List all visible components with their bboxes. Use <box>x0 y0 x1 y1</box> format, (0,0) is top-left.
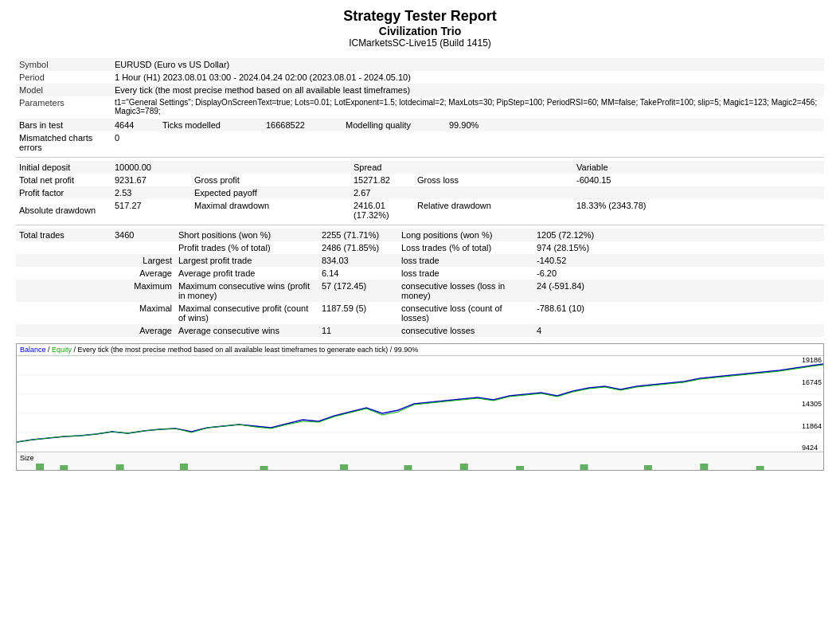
model-value: Every tick (the most precise method base… <box>111 84 824 96</box>
svg-rect-17 <box>700 464 708 471</box>
net-profit-label: Total net profit <box>16 174 111 186</box>
gross-loss-label: Gross loss <box>414 174 573 186</box>
svg-rect-12 <box>404 465 412 471</box>
avg-loss-trade-label: loss trade <box>398 267 533 280</box>
expected-payoff-value: 2.67 <box>350 186 414 199</box>
max-consec-losses-value: 24 (-591.84) <box>533 280 824 302</box>
gross-profit-label: Gross profit <box>191 174 350 186</box>
short-positions-value: 2255 (71.71%) <box>318 229 398 241</box>
svg-rect-18 <box>756 466 764 471</box>
size-chart <box>20 462 820 471</box>
ticks-value: 16668522 <box>263 119 342 131</box>
y-label-1: 9424 <box>802 444 822 452</box>
largest-profit-trade-value: 834.03 <box>318 254 398 267</box>
modelling-value: 99.90% <box>446 119 824 131</box>
long-positions-value: 1205 (72.12%) <box>533 229 824 241</box>
short-positions-label: Short positions (won %) <box>175 229 318 241</box>
report-subtitle: Civilization Trio <box>16 25 824 37</box>
abs-drawdown-label: Absolute drawdown <box>16 199 111 221</box>
profit-factor-label: Profit factor <box>16 186 111 199</box>
initial-deposit-value: 10000.00 <box>111 161 191 174</box>
max-drawdown-label: Maximal drawdown <box>191 199 350 221</box>
avg-consec-losses-label: consecutive losses <box>398 324 533 337</box>
avg-consec-losses-value: 4 <box>533 324 824 337</box>
chart-size-area: Size <box>17 452 823 471</box>
average-label: Average <box>111 267 175 280</box>
average-trade-row: Average Average profit trade 6.14 loss t… <box>16 267 824 280</box>
largest-loss-trade-value: -140.52 <box>533 254 824 267</box>
loss-trades-value: 974 (28.15%) <box>533 241 824 254</box>
expected-payoff-label: Expected payoff <box>191 186 350 199</box>
largest-loss-trade-label: loss trade <box>398 254 533 267</box>
max-consec-wins-value: 57 (172.45) <box>318 280 398 302</box>
svg-rect-8 <box>116 464 124 471</box>
avg-consec-wins-label: Average consecutive wins <box>175 324 318 337</box>
report-header: Strategy Tester Report Civilization Trio… <box>16 8 824 49</box>
trades-section: Total trades 3460 Short positions (won %… <box>16 229 824 337</box>
profit-factor-row: Profit factor 2.53 Expected payoff 2.67 <box>16 186 824 199</box>
model-row: Model Every tick (the most precise metho… <box>16 84 824 96</box>
total-trades-label: Total trades <box>16 229 111 241</box>
legend-full: / Every tick (the most precise method ba… <box>74 346 419 354</box>
drawdown-row: Absolute drawdown 517.27 Maximal drawdow… <box>16 199 824 221</box>
size-label: Size <box>20 454 34 462</box>
svg-rect-10 <box>260 466 268 471</box>
symbol-value: EURUSD (Euro vs US Dollar) <box>111 58 824 71</box>
svg-rect-14 <box>516 466 524 471</box>
maximum-label: Maximum <box>111 280 175 302</box>
modelling-label: Modelling quality <box>342 119 446 131</box>
bars-label: Bars in test <box>16 119 111 131</box>
rel-drawdown-value: 18.33% (2343.78) <box>573 199 824 221</box>
financials-section: Initial deposit 10000.00 Spread Variable… <box>16 161 824 221</box>
svg-rect-9 <box>180 464 188 471</box>
ticks-label: Ticks modelled <box>159 119 263 131</box>
divider-1 <box>16 157 824 158</box>
chart-container: Balance / Equity Balance / Equity / Ever… <box>16 343 824 471</box>
total-trades-row: Total trades 3460 Short positions (won %… <box>16 229 824 241</box>
symbol-row: Symbol EURUSD (Euro vs US Dollar) <box>16 58 824 71</box>
max-consec-profit-label: Maximal consecutive profit (count of win… <box>175 302 318 324</box>
period-row: Period 1 Hour (H1) 2023.08.01 03:00 - 20… <box>16 71 824 84</box>
initial-deposit-row: Initial deposit 10000.00 Spread Variable <box>16 161 824 174</box>
y-label-4: 16745 <box>802 378 822 386</box>
max-consec-loss-value: -788.61 (10) <box>533 302 824 324</box>
info-table: Symbol EURUSD (Euro vs US Dollar) Period… <box>16 58 824 117</box>
maximal-label: Maximal <box>111 302 175 324</box>
spread-value: Variable <box>573 161 824 174</box>
y-label-3: 14305 <box>802 400 822 408</box>
model-label: Model <box>16 84 111 96</box>
total-trades-value: 3460 <box>111 229 175 241</box>
largest-profit-trade-label: Largest profit trade <box>175 254 318 267</box>
spread-label: Spread <box>350 161 414 174</box>
parameters-value: t1="General Settings"; DisplayOnScreenTe… <box>111 96 824 117</box>
profit-trades-row: Profit trades (% of total) 2486 (71.85%)… <box>16 241 824 254</box>
profit-factor-value: 2.53 <box>111 186 191 199</box>
chart-legend: Balance / Equity Balance / Equity / Ever… <box>17 344 823 356</box>
chart-area: 19186 16745 14305 11864 9424 <box>17 356 823 452</box>
largest-label: Largest <box>111 254 175 267</box>
mismatched-value: 0 <box>111 131 159 154</box>
profit-trades-label: Profit trades (% of total) <box>175 241 318 254</box>
max-consec-loss-label: consecutive loss (count of losses) <box>398 302 533 324</box>
largest-trade-row: Largest Largest profit trade 834.03 loss… <box>16 254 824 267</box>
divider-2 <box>16 225 824 225</box>
period-value: 1 Hour (H1) 2023.08.01 03:00 - 2024.04.2… <box>111 71 824 84</box>
initial-deposit-label: Initial deposit <box>16 161 111 174</box>
svg-rect-7 <box>60 465 68 471</box>
chart-svg <box>17 356 823 452</box>
svg-rect-11 <box>340 464 348 471</box>
svg-rect-13 <box>460 464 468 471</box>
equity-legend: Equity <box>52 346 72 354</box>
symbol-label: Symbol <box>16 58 111 71</box>
svg-rect-16 <box>644 465 652 471</box>
net-profit-value: 9231.67 <box>111 174 191 186</box>
parameters-label: Parameters <box>16 96 111 117</box>
gross-profit-value: 15271.82 <box>350 174 414 186</box>
loss-trades-label: Loss trades (% of total) <box>398 241 533 254</box>
max-drawdown-value: 2416.01 (17.32%) <box>350 199 414 221</box>
bars-row: Bars in test 4644 Ticks modelled 1666852… <box>16 119 824 131</box>
y-label-5: 19186 <box>802 356 822 364</box>
period-label: Period <box>16 71 111 84</box>
balance-legend: Balance <box>20 346 46 354</box>
profit-trades-value: 2486 (71.85%) <box>318 241 398 254</box>
